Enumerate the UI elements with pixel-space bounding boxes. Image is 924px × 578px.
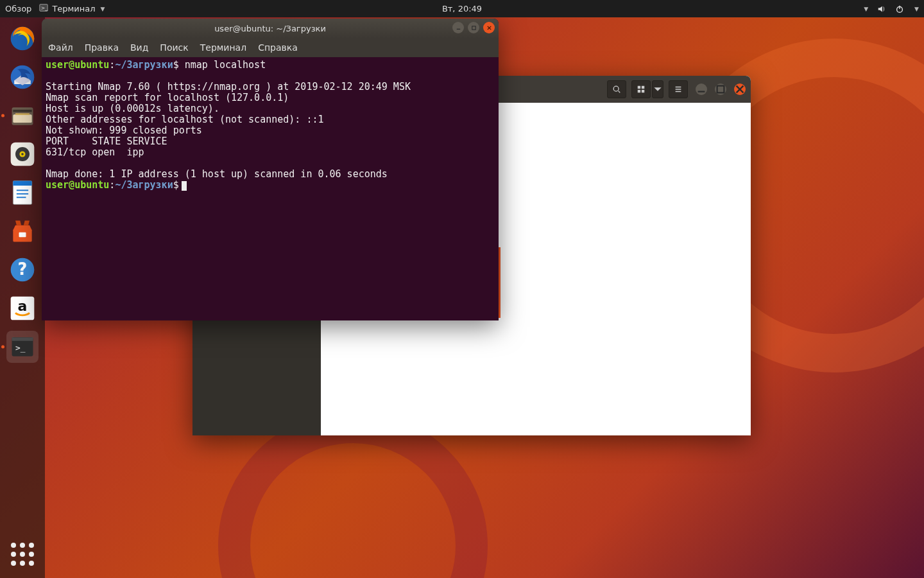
- svg-rect-31: [638, 90, 640, 92]
- prompt-path: ~/Загрузки: [115, 59, 173, 71]
- dock-item-software[interactable]: [6, 215, 38, 247]
- dock-item-help[interactable]: ?: [6, 254, 38, 286]
- running-indicator: [1, 114, 4, 118]
- close-button[interactable]: [734, 83, 746, 95]
- menu-search[interactable]: Поиск: [160, 42, 188, 53]
- svg-rect-8: [13, 114, 31, 123]
- top-bar: Обзор >_ Терминал ▼ Вт, 20:49 ▼ ▼: [0, 0, 924, 17]
- chevron-down-icon: ▼: [914, 6, 919, 12]
- output-line: Other addresses for localhost (not scann…: [46, 114, 323, 125]
- output-line: Nmap done: 1 IP address (1 host up) scan…: [46, 168, 388, 180]
- svg-point-13: [21, 153, 24, 155]
- terminal-output[interactable]: user@ubuntu:~/Загрузки$ nmap localhost S…: [42, 57, 499, 193]
- cursor: [182, 181, 187, 191]
- window-title: user@ubuntu: ~/Загрузки: [214, 24, 326, 33]
- show-applications-button[interactable]: [6, 538, 38, 570]
- svg-rect-29: [638, 86, 640, 89]
- prompt-dollar: $: [173, 179, 179, 191]
- menu-view[interactable]: Вид: [130, 42, 148, 53]
- dock-item-writer[interactable]: [6, 177, 38, 209]
- view-grid-button[interactable]: [631, 80, 651, 98]
- terminal-icon: >_: [39, 3, 48, 14]
- volume-icon[interactable]: [877, 4, 886, 13]
- search-button[interactable]: [607, 80, 626, 98]
- dock-item-thunderbird[interactable]: [6, 61, 38, 93]
- output-line: Starting Nmap 7.60 ( https://nmap.org ) …: [46, 81, 411, 92]
- svg-rect-9: [15, 113, 30, 115]
- command-text: nmap localhost: [179, 59, 266, 71]
- menu-edit[interactable]: Правка: [85, 42, 119, 53]
- output-line: Not shown: 999 closed ports: [46, 125, 202, 136]
- dock: ? a >_: [0, 17, 45, 578]
- hamburger-menu-button[interactable]: [669, 80, 688, 98]
- prompt-user: user@ubuntu: [46, 59, 109, 71]
- svg-point-27: [613, 86, 619, 91]
- output-line: Host is up (0.00012s latency).: [46, 103, 219, 114]
- app-menu-label: Терминал: [52, 4, 95, 13]
- prompt-path: ~/Загрузки: [115, 179, 173, 191]
- apps-grid-icon: [11, 543, 34, 566]
- output-line: Nmap scan report for localhost (127.0.0.…: [46, 92, 289, 103]
- svg-rect-7: [13, 110, 31, 112]
- dock-item-amazon[interactable]: a: [6, 292, 38, 324]
- maximize-button[interactable]: [715, 83, 726, 95]
- app-menu-button[interactable]: >_ Терминал ▼: [39, 3, 105, 14]
- svg-text:>_: >_: [41, 5, 48, 11]
- svg-line-28: [619, 91, 620, 93]
- maximize-button[interactable]: [468, 22, 479, 33]
- menu-terminal[interactable]: Терминал: [200, 42, 246, 53]
- svg-text:?: ?: [18, 259, 28, 279]
- minimize-button[interactable]: [452, 22, 464, 33]
- terminal-window[interactable]: user@ubuntu: ~/Загрузки Файл Правка Вид …: [42, 19, 499, 320]
- output-line: 631/tcp open ipp: [46, 146, 144, 158]
- dock-item-terminal[interactable]: >_: [6, 331, 38, 363]
- running-indicator: [1, 346, 4, 349]
- terminal-titlebar[interactable]: user@ubuntu: ~/Загрузки: [42, 19, 499, 38]
- svg-rect-15: [13, 181, 31, 186]
- dock-item-firefox[interactable]: [6, 22, 38, 55]
- activities-button[interactable]: Обзор: [5, 4, 31, 13]
- svg-rect-30: [642, 86, 644, 89]
- svg-rect-41: [472, 26, 475, 29]
- system-menu-network[interactable]: ▼: [862, 6, 868, 12]
- svg-text:a: a: [18, 298, 28, 314]
- prompt-user: user@ubuntu: [46, 179, 109, 191]
- menu-file[interactable]: Файл: [48, 42, 73, 53]
- chevron-down-icon: ▼: [101, 6, 105, 12]
- output-line: PORT STATE SERVICE: [46, 136, 167, 147]
- menu-help[interactable]: Справка: [258, 42, 298, 53]
- clock[interactable]: Вт, 20:49: [442, 4, 482, 13]
- svg-text:>_: >_: [15, 343, 26, 353]
- svg-rect-37: [717, 86, 724, 93]
- terminal-menubar: Файл Правка Вид Поиск Терминал Справка: [42, 38, 499, 57]
- svg-rect-32: [642, 90, 644, 92]
- chevron-down-icon: ▼: [864, 6, 868, 12]
- dock-item-rhythmbox[interactable]: [6, 138, 38, 170]
- view-dropdown-button[interactable]: [652, 80, 663, 98]
- minimize-button[interactable]: [696, 83, 707, 95]
- power-icon[interactable]: [895, 4, 904, 13]
- dock-item-files[interactable]: [6, 100, 38, 132]
- close-button[interactable]: [483, 22, 495, 33]
- svg-rect-25: [12, 337, 33, 341]
- prompt-dollar: $: [173, 59, 179, 71]
- svg-rect-19: [19, 232, 26, 237]
